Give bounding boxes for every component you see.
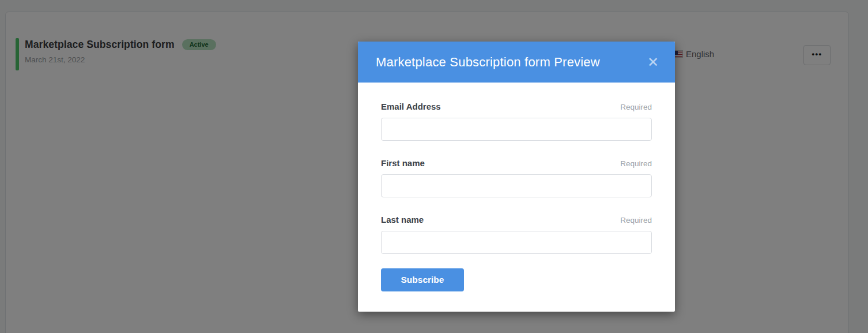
modal-body: Email Address Required First name Requir…	[358, 83, 675, 291]
first-name-label: First name	[381, 158, 425, 168]
first-name-field-group: First name Required	[381, 158, 652, 197]
email-field-group: Email Address Required	[381, 102, 652, 141]
last-name-input[interactable]	[381, 231, 652, 254]
modal-header: Marketplace Subscription form Preview ✕	[358, 42, 675, 83]
email-input[interactable]	[381, 118, 652, 141]
email-required-note: Required	[620, 103, 652, 111]
subscribe-button[interactable]: Subscribe	[381, 268, 464, 291]
last-name-required-note: Required	[620, 216, 652, 225]
modal-title: Marketplace Subscription form Preview	[376, 55, 600, 70]
last-name-label: Last name	[381, 215, 424, 225]
close-icon[interactable]: ✕	[646, 54, 660, 70]
preview-modal: Marketplace Subscription form Preview ✕ …	[358, 42, 675, 312]
email-label: Email Address	[381, 102, 441, 111]
first-name-required-note: Required	[620, 159, 652, 168]
first-name-input[interactable]	[381, 174, 652, 197]
last-name-field-group: Last name Required	[381, 215, 652, 254]
